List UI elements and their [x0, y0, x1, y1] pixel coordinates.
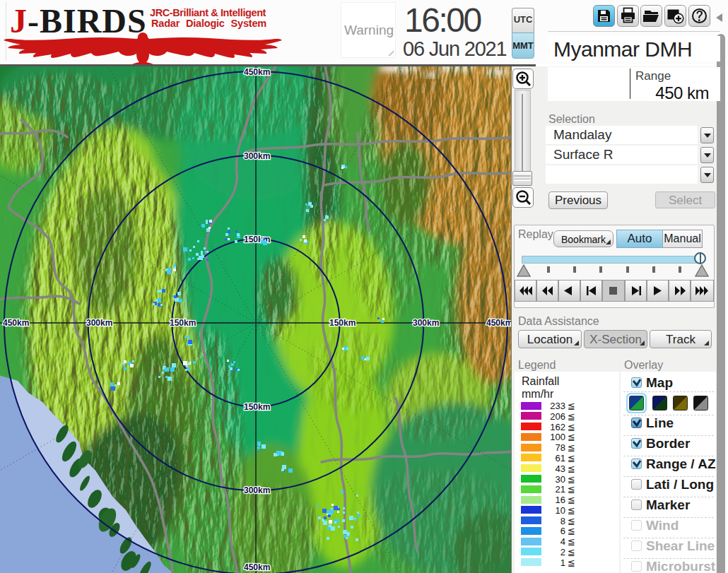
- svg-text:300km: 300km: [413, 318, 439, 328]
- svg-text:150km: 150km: [244, 402, 270, 412]
- svg-text:450km: 450km: [486, 318, 511, 328]
- svg-text:450km: 450km: [244, 67, 270, 77]
- svg-text:300km: 300km: [244, 151, 270, 161]
- svg-text:300km: 300km: [244, 485, 270, 495]
- svg-text:450km: 450km: [3, 318, 29, 328]
- svg-text:450km: 450km: [244, 562, 270, 572]
- svg-text:150km: 150km: [329, 318, 356, 328]
- svg-text:300km: 300km: [86, 318, 112, 328]
- svg-text:150km: 150km: [170, 318, 196, 328]
